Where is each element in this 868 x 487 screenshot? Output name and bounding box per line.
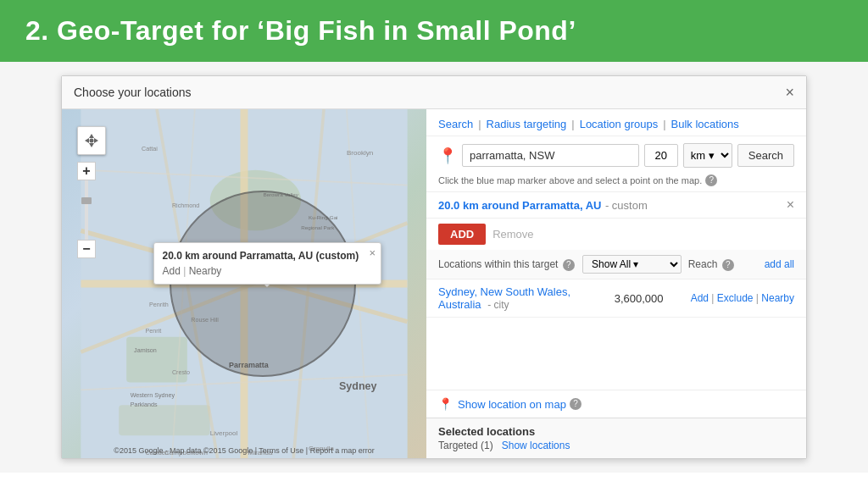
dialog-title: Choose your locations: [74, 86, 192, 99]
location-add-link[interactable]: Add: [691, 292, 709, 304]
location-row: Sydney, New South Wales, Australia - cit…: [426, 279, 806, 318]
search-button[interactable]: Search: [737, 144, 794, 167]
hint-help-icon[interactable]: ?: [705, 174, 717, 186]
svg-text:Penrith: Penrith: [149, 302, 169, 308]
map-section: Brooklyn Cattai Richmond Rouse Hill Ku-R…: [62, 109, 426, 458]
target-close-button[interactable]: ×: [787, 197, 794, 213]
page-title: 2. Geo-Target for ‘Big Fish in Small Pon…: [25, 15, 576, 47]
dialog-header: Choose your locations ×: [62, 76, 806, 109]
svg-text:Richmond: Richmond: [172, 202, 199, 209]
selected-info: Targeted (1) Show locations: [438, 440, 794, 451]
dialog: Choose your locations ×: [61, 75, 807, 459]
location-name-area: Sydney, New South Wales, Australia - cit…: [438, 285, 615, 311]
header: 2. Geo-Target for ‘Big Fish in Small Pon…: [0, 0, 868, 62]
dialog-body: Brooklyn Cattai Richmond Rouse Hill Ku-R…: [62, 109, 806, 458]
tab-sep-2: |: [571, 118, 574, 130]
show-all-select[interactable]: Show All ▾ Show Added Show Excluded: [582, 255, 682, 274]
search-row: 📍 km ▾ mi Search: [426, 136, 806, 174]
map-zoom-out-button[interactable]: −: [77, 240, 96, 258]
map-zoom-thumb[interactable]: [81, 197, 92, 204]
show-location-pin-icon: 📍: [438, 397, 453, 411]
map-tooltip-close[interactable]: ×: [370, 246, 376, 259]
search-input[interactable]: [462, 144, 639, 167]
reach-label: Reach: [688, 258, 718, 270]
target-custom: - custom: [605, 199, 648, 212]
location-actions: Add | Exclude | Nearby: [691, 292, 794, 304]
add-all-link[interactable]: add all: [765, 258, 794, 270]
map-zoom-in-button[interactable]: +: [77, 162, 96, 180]
remove-link[interactable]: Remove: [492, 228, 533, 241]
tab-search[interactable]: Search: [438, 118, 473, 130]
locations-within-text: Locations within this target: [438, 258, 558, 270]
svg-text:Liverpool: Liverpool: [210, 429, 238, 437]
selected-title: Selected locations: [438, 425, 794, 438]
show-locations-link[interactable]: Show locations: [502, 440, 570, 451]
panel-tabs: Search | Radius targeting | Location gro…: [426, 109, 806, 136]
map-attribution: ©2015 Google · Map data ©2015 Google | T…: [62, 446, 426, 455]
svg-text:Parklands: Parklands: [131, 401, 158, 408]
tab-bulk-locations[interactable]: Bulk locations: [671, 118, 739, 130]
svg-marker-37: [89, 143, 94, 147]
svg-point-40: [90, 139, 94, 143]
dialog-close-button[interactable]: ×: [785, 85, 794, 100]
map-tooltip: × 20.0 km around Parramatta, AU (custom)…: [153, 242, 382, 285]
svg-text:Cresto: Cresto: [172, 369, 190, 376]
tab-sep-3: |: [663, 118, 665, 130]
map-tooltip-title: 20.0 km around Parramatta, AU (custom): [163, 250, 373, 262]
target-title: 20.0 km around Parramatta, AU: [438, 199, 601, 212]
dialog-wrapper: Choose your locations ×: [0, 62, 868, 473]
target-header: 20.0 km around Parramatta, AU - custom ×: [426, 191, 806, 219]
targeted-label: Targeted (1): [438, 440, 493, 451]
map-tooltip-links: Add | Nearby: [163, 265, 373, 277]
svg-marker-36: [89, 134, 94, 138]
action-row: ADD Remove: [426, 219, 806, 250]
svg-text:Western Sydney: Western Sydney: [131, 392, 175, 399]
hint-row: Click the blue map marker above and sele…: [426, 174, 806, 191]
svg-text:Sydney: Sydney: [339, 380, 377, 392]
tab-location-groups[interactable]: Location groups: [580, 118, 659, 130]
radius-input[interactable]: [644, 144, 678, 167]
show-location-help-icon[interactable]: ?: [570, 398, 581, 410]
locations-header: Locations within this target ? Show All …: [426, 250, 806, 279]
svg-text:Jamison: Jamison: [134, 347, 157, 354]
hint-text: Click the blue map marker above and sele…: [438, 175, 702, 185]
target-title-area: 20.0 km around Parramatta, AU - custom: [438, 197, 648, 213]
location-reach: 3,600,000: [615, 292, 691, 305]
tab-radius-targeting[interactable]: Radius targeting: [487, 118, 567, 130]
location-type-text: - city: [487, 299, 509, 311]
svg-marker-38: [85, 138, 89, 143]
map-tooltip-add-link[interactable]: Add: [163, 265, 181, 277]
selected-locations: Selected locations Targeted (1) Show loc…: [426, 418, 806, 458]
reach-help-icon[interactable]: ?: [722, 259, 734, 271]
map-tooltip-nearby-link[interactable]: Nearby: [189, 265, 222, 277]
map-pan-control[interactable]: [77, 126, 106, 155]
add-button[interactable]: ADD: [438, 224, 486, 245]
svg-marker-39: [94, 138, 98, 143]
unit-select[interactable]: km ▾ mi: [683, 143, 732, 168]
locations-within-label: Locations within this target ? Show All …: [438, 255, 688, 274]
map-zoom-controls: + −: [77, 162, 96, 258]
search-pin-icon: 📍: [438, 147, 457, 165]
svg-text:Cattai: Cattai: [142, 146, 158, 152]
svg-text:Penrit: Penrit: [146, 328, 162, 335]
tab-sep-1: |: [478, 118, 481, 130]
location-exclude-link[interactable]: Exclude: [717, 292, 754, 304]
show-location-row[interactable]: 📍 Show location on map ?: [426, 390, 806, 418]
show-location-text: Show location on map: [458, 398, 566, 411]
right-panel: Search | Radius targeting | Location gro…: [426, 109, 806, 458]
reach-header: Reach ?: [688, 258, 765, 271]
location-nearby-link[interactable]: Nearby: [761, 292, 794, 304]
locations-help-icon[interactable]: ?: [563, 259, 575, 271]
map-zoom-track: [85, 180, 88, 240]
svg-text:Brooklyn: Brooklyn: [347, 149, 373, 157]
map-background: Brooklyn Cattai Richmond Rouse Hill Ku-R…: [62, 109, 426, 458]
